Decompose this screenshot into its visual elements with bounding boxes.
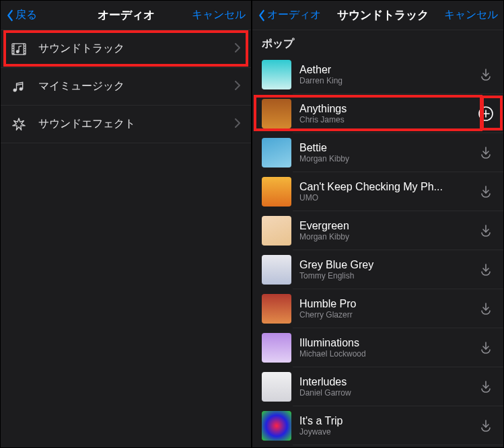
track-artist: Daniel Garrow [299,388,476,398]
track-title: Grey Blue Grey [299,259,476,271]
row-sound-effects[interactable]: サウンドエフェクト [1,106,251,143]
album-artwork [262,372,291,402]
track-text: It's a TripJoywave [299,415,476,437]
album-artwork [262,255,291,285]
audio-categories-panel: 戻る オーディオ キャンセル サウンドトラック [0,0,252,448]
track-row[interactable]: Can't Keep Checking My Ph...UMO [252,172,503,211]
track-artist: Morgan Kibby [299,232,476,241]
soundtrack-list-panel: オーディオ サウンドトラック キャンセル ポップ AetherDarren Ki… [252,0,504,448]
track-artist: Michael Lockwood [299,349,476,359]
row-soundtrack[interactable]: サウンドトラック [1,30,251,68]
row-my-music[interactable]: マイミュージック [1,68,251,106]
track-row[interactable]: AnythingsChris James [252,94,503,133]
album-artwork [262,411,291,441]
back-label: オーディオ [267,8,321,22]
track-artist: Tommy English [299,271,476,281]
add-icon[interactable] [476,104,495,123]
track-row[interactable]: IlluminationsMichael Lockwood [252,328,503,367]
download-icon[interactable] [476,260,495,279]
track-text: InterludesDaniel Garrow [299,376,476,398]
download-icon[interactable] [476,182,495,201]
row-label: サウンドトラック [38,42,235,56]
svg-point-13 [20,87,23,90]
track-title: Illuminations [299,337,476,349]
chevron-right-icon [235,43,240,55]
download-icon[interactable] [476,143,495,162]
track-text: AnythingsChris James [299,103,476,125]
track-title: Anythings [299,103,476,115]
download-icon[interactable] [476,377,495,396]
track-text: AetherDarren King [299,64,476,86]
track-list: AetherDarren KingAnythingsChris JamesBet… [252,55,503,445]
track-artist: Joywave [299,427,476,437]
track-text: IlluminationsMichael Lockwood [299,337,476,359]
track-text: Can't Keep Checking My Ph...UMO [299,181,476,203]
track-artist: Darren King [299,76,476,85]
track-title: Evergreen [299,220,476,232]
track-text: BettieMorgan Kibby [299,142,476,164]
track-text: EvergreenMorgan Kibby [299,220,476,242]
navbar-left: 戻る オーディオ キャンセル [1,1,251,30]
track-artist: Cherry Glazerr [299,310,476,320]
music-note-icon [11,80,32,94]
track-title: It's a Trip [299,415,476,427]
album-artwork [262,99,291,128]
category-list: サウンドトラック マイミュージック [1,30,251,143]
track-row[interactable]: BettieMorgan Kibby [252,133,503,172]
download-icon[interactable] [476,416,495,435]
track-title: Aether [299,64,476,76]
track-title: Humble Pro [299,298,476,310]
cancel-button[interactable]: キャンセル [444,8,498,22]
download-icon[interactable] [476,221,495,240]
track-row[interactable]: It's a TripJoywave [252,406,503,445]
track-title: Can't Keep Checking My Ph... [299,181,476,193]
album-artwork [262,333,291,363]
back-label: 戻る [15,8,37,22]
row-label: マイミュージック [38,79,235,94]
album-artwork [262,216,291,246]
navbar-right: オーディオ サウンドトラック キャンセル [252,1,503,30]
track-row[interactable]: Humble ProCherry Glazerr [252,289,503,328]
download-icon[interactable] [476,338,495,357]
track-text: Humble ProCherry Glazerr [299,298,476,320]
chevron-right-icon [235,81,240,93]
track-title: Bettie [299,142,476,154]
nav-title: サウンドトラック [321,7,444,23]
back-button[interactable]: 戻る [6,8,60,22]
track-artist: Morgan Kibby [299,154,476,163]
chevron-left-icon [6,9,14,22]
cancel-label: キャンセル [444,8,498,22]
track-artist: UMO [299,193,476,202]
album-artwork [262,138,291,167]
chevron-left-icon [258,9,266,22]
track-title: Interludes [299,376,476,388]
track-artist: Chris James [299,115,476,124]
album-artwork [262,177,291,207]
track-row[interactable]: InterludesDaniel Garrow [252,367,503,406]
nav-title: オーディオ [60,7,192,23]
track-text: Grey Blue GreyTommy English [299,259,476,281]
album-artwork [262,294,291,324]
download-icon[interactable] [476,299,495,318]
album-artwork [262,60,291,89]
section-header: ポップ [252,30,503,55]
track-row[interactable]: AetherDarren King [252,55,503,94]
cancel-button[interactable]: キャンセル [192,8,246,22]
track-row[interactable]: EvergreenMorgan Kibby [252,211,503,250]
sparkle-icon [11,117,32,132]
svg-point-12 [13,88,17,91]
row-label: サウンドエフェクト [38,117,235,131]
chevron-right-icon [235,118,240,130]
film-note-icon [11,42,32,56]
svg-line-14 [17,83,23,85]
back-button[interactable]: オーディオ [258,8,321,22]
track-row[interactable]: Grey Blue GreyTommy English [252,250,503,289]
download-icon[interactable] [476,65,495,84]
cancel-label: キャンセル [192,8,246,22]
